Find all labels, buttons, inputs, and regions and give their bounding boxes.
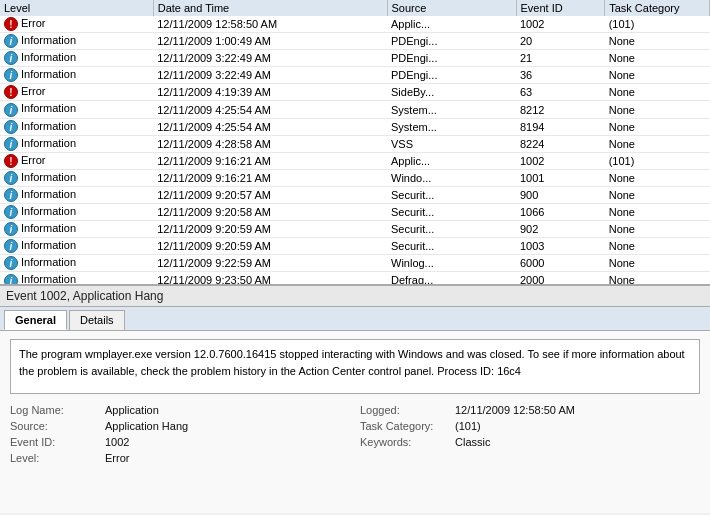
info-icon: i [4,274,18,286]
info-icon: i [4,137,18,151]
table-row[interactable]: iInformation 12/11/2009 1:00:49 AM PDEng… [0,33,710,50]
cell-source: PDEngi... [387,50,516,67]
info-icon: i [4,222,18,236]
cell-date: 12/11/2009 9:23:50 AM [153,272,387,285]
cell-date: 12/11/2009 12:58:50 AM [153,16,387,33]
detail-panel: General Details The program wmplayer.exe… [0,307,710,513]
event-title-bar: Event 1002, Application Hang [0,285,710,307]
col-header-date: Date and Time [153,0,387,16]
cell-level: iInformation [0,33,153,50]
cell-task: None [605,186,710,203]
detail-value: Classic [455,436,490,448]
cell-date: 12/11/2009 1:00:49 AM [153,33,387,50]
detail-left-col: Log Name: ApplicationSource: Application… [10,404,350,468]
cell-task: None [605,67,710,84]
table-row[interactable]: iInformation 12/11/2009 9:22:59 AM Winlo… [0,255,710,272]
cell-level: iInformation [0,67,153,84]
cell-task: None [605,135,710,152]
event-message-text: The program wmplayer.exe version 12.0.76… [19,348,685,377]
cell-level: iInformation [0,204,153,221]
log-table-wrapper[interactable]: Level Date and Time Source Event ID Task… [0,0,710,285]
cell-event: 21 [516,50,605,67]
cell-date: 12/11/2009 4:25:54 AM [153,118,387,135]
table-row[interactable]: iInformation 12/11/2009 9:20:57 AM Secur… [0,186,710,203]
event-title-text: Event 1002, Application Hang [6,289,163,303]
cell-event: 1002 [516,16,605,33]
cell-task: None [605,255,710,272]
table-row[interactable]: iInformation 12/11/2009 9:20:59 AM Secur… [0,238,710,255]
table-row[interactable]: iInformation 12/11/2009 9:20:58 AM Secur… [0,204,710,221]
cell-task: None [605,272,710,285]
tab-details[interactable]: Details [69,310,125,330]
table-row[interactable]: iInformation 12/11/2009 9:20:59 AM Secur… [0,221,710,238]
cell-event: 8224 [516,135,605,152]
cell-source: Winlog... [387,255,516,272]
table-row[interactable]: iInformation 12/11/2009 3:22:49 AM PDEng… [0,50,710,67]
cell-source: Securit... [387,186,516,203]
table-row[interactable]: !Error 12/11/2009 9:16:21 AM Applic... 1… [0,152,710,169]
table-row[interactable]: iInformation 12/11/2009 9:16:21 AM Windo… [0,169,710,186]
cell-event: 8194 [516,118,605,135]
table-row[interactable]: iInformation 12/11/2009 3:22:49 AM PDEng… [0,67,710,84]
cell-source: Securit... [387,238,516,255]
table-row[interactable]: iInformation 12/11/2009 4:25:54 AM Syste… [0,101,710,118]
cell-event: 2000 [516,272,605,285]
cell-task: (101) [605,152,710,169]
cell-date: 12/11/2009 9:16:21 AM [153,152,387,169]
cell-task: None [605,84,710,101]
detail-label: Task Category: [360,420,455,432]
detail-content: The program wmplayer.exe version 12.0.76… [0,331,710,513]
cell-source: SideBy... [387,84,516,101]
cell-level: !Error [0,152,153,169]
table-row[interactable]: iInformation 12/11/2009 4:28:58 AM VSS 8… [0,135,710,152]
detail-value: Application Hang [105,420,188,432]
cell-level: iInformation [0,50,153,67]
detail-label: Keywords: [360,436,455,448]
detail-label: Event ID: [10,436,105,448]
cell-task: None [605,50,710,67]
table-row[interactable]: iInformation 12/11/2009 9:23:50 AM Defra… [0,272,710,285]
cell-task: None [605,204,710,221]
cell-source: Securit... [387,204,516,221]
cell-task: None [605,221,710,238]
error-icon: ! [4,85,18,99]
info-icon: i [4,51,18,65]
log-tbody: !Error 12/11/2009 12:58:50 AM Applic... … [0,16,710,285]
cell-source: System... [387,101,516,118]
cell-level: iInformation [0,118,153,135]
error-icon: ! [4,154,18,168]
tab-general[interactable]: General [4,310,67,330]
cell-event: 63 [516,84,605,101]
cell-task: None [605,33,710,50]
detail-label: Log Name: [10,404,105,416]
cell-level: !Error [0,84,153,101]
cell-event: 1001 [516,169,605,186]
cell-source: Applic... [387,152,516,169]
cell-event: 6000 [516,255,605,272]
cell-task: None [605,101,710,118]
cell-source: Windo... [387,169,516,186]
info-icon: i [4,188,18,202]
detail-value: Error [105,452,129,464]
cell-level: iInformation [0,169,153,186]
cell-date: 12/11/2009 4:19:39 AM [153,84,387,101]
table-row[interactable]: !Error 12/11/2009 12:58:50 AM Applic... … [0,16,710,33]
cell-date: 12/11/2009 9:20:59 AM [153,221,387,238]
detail-row: Logged: 12/11/2009 12:58:50 AM [360,404,700,416]
info-icon: i [4,103,18,117]
table-row[interactable]: iInformation 12/11/2009 4:25:54 AM Syste… [0,118,710,135]
log-table: Level Date and Time Source Event ID Task… [0,0,710,285]
cell-event: 8212 [516,101,605,118]
detail-value: (101) [455,420,481,432]
cell-source: Applic... [387,16,516,33]
cell-level: iInformation [0,255,153,272]
cell-event: 900 [516,186,605,203]
cell-level: iInformation [0,186,153,203]
cell-source: VSS [387,135,516,152]
tabs-bar: General Details [0,307,710,331]
error-icon: ! [4,17,18,31]
detail-label: Source: [10,420,105,432]
table-header-row: Level Date and Time Source Event ID Task… [0,0,710,16]
table-row[interactable]: !Error 12/11/2009 4:19:39 AM SideBy... 6… [0,84,710,101]
col-header-event: Event ID [516,0,605,16]
